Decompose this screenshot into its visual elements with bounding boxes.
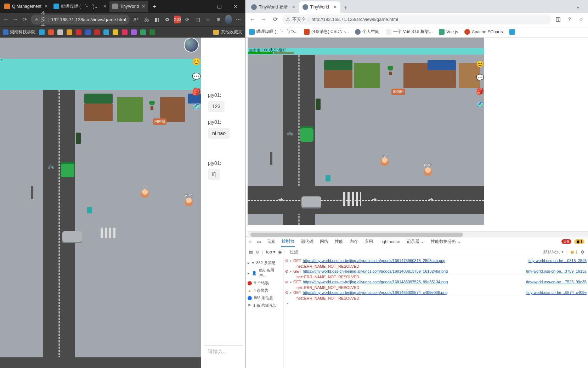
chat-icon[interactable]: 💬 <box>476 74 484 82</box>
star-icon[interactable]: ☆ <box>577 16 585 23</box>
key-icon[interactable]: ⚿ <box>554 16 562 22</box>
log-source[interactable]: tiny-world.oss-cn-be…9574_c409e <box>526 290 587 295</box>
chat-icon[interactable]: 💬 <box>191 72 201 82</box>
sidebar-row[interactable]: ⚑1 条详细消息 <box>247 302 282 309</box>
sidebar-row[interactable]: ▲4 条警告 <box>247 287 282 294</box>
extension-icon[interactable]: ◧ <box>153 15 160 24</box>
bookmark-item[interactable] <box>94 29 100 35</box>
minimize-button[interactable]: — <box>195 0 211 13</box>
map-icon[interactable]: 🗺️ <box>191 102 201 112</box>
bookmark-item[interactable] <box>509 29 515 35</box>
profile-avatar[interactable] <box>225 15 232 24</box>
bookmark-item[interactable]: (4条消息) CSDN -... <box>304 29 349 35</box>
bookmark-item[interactable]: Apache ECharts <box>464 29 503 35</box>
inspect-icon[interactable]: ⟐ <box>249 239 252 244</box>
settings-icon[interactable]: ⚙ <box>581 250 584 255</box>
chrome-tab-1[interactable]: TinyWorld ✕ <box>299 1 340 13</box>
edge-tab-2[interactable]: TinyWorld ✕ <box>109 1 148 12</box>
emoji-icon[interactable]: 😊 <box>476 60 484 69</box>
address-bar[interactable]: ⚠ 不安全 | http://192.168.71.128/src/views/… <box>282 15 551 24</box>
issue-count-badge[interactable]: ▣ 1 <box>574 239 584 244</box>
translate-icon[interactable]: あ <box>143 15 150 24</box>
sidebar-row[interactable]: 868 条信息 <box>247 294 282 302</box>
device-toggle-icon[interactable]: ▭ <box>257 239 261 244</box>
horizontal-scrollbar[interactable] <box>248 231 588 238</box>
bookmark-item[interactable] <box>76 29 81 35</box>
bookmark-item[interactable] <box>131 29 137 35</box>
address-bar[interactable]: ⚠ 不安全 | 192.168.71.128/src/views/game.ht… <box>31 15 130 24</box>
devtools-tab-memory[interactable]: 内存 <box>349 236 359 247</box>
clear-console-icon[interactable]: ⊘ <box>256 250 259 255</box>
bookmark-item[interactable] <box>159 29 164 35</box>
bookmark-item[interactable] <box>122 29 128 35</box>
devtools-tab-sources[interactable]: 源代码 <box>300 236 314 247</box>
sidebar-row[interactable]: 9 个错误 <box>247 279 282 287</box>
scrollbar-thumb[interactable] <box>250 233 463 237</box>
backpack-icon[interactable]: 🎒 <box>476 87 484 96</box>
close-icon[interactable]: ✕ <box>333 5 337 10</box>
console-sidebar[interactable]: ▸≡882 条消息 ▸👤858 条用户… 9 个错误 ▲4 条警告 868 条信… <box>245 257 284 368</box>
read-aloud-icon[interactable]: A⁺ <box>132 15 140 24</box>
log-entry[interactable]: ⊘▸ GET https://tiny-world.oss-cn-beijing… <box>285 290 587 296</box>
close-icon[interactable]: ✕ <box>142 4 145 9</box>
live-expression-icon[interactable]: ◉ <box>278 250 282 255</box>
devtools-tab-recorder[interactable]: 记录器 ⌄ <box>406 236 425 247</box>
chrome-tab-0[interactable]: TinyWorld 登录 ✕ <box>248 1 299 13</box>
bookmark-item[interactable] <box>85 29 91 35</box>
bookmark-item[interactable]: 湖南科技学院 <box>3 29 35 35</box>
game-canvas[interactable]: ≡ 😊 💬 🎒 🗺️ 国国昭 <box>0 38 201 368</box>
bookmark-item[interactable] <box>48 29 54 35</box>
bookmark-item[interactable]: Vue.js <box>439 29 458 35</box>
log-entry[interactable]: ⊘▸ GET https://tiny-world.oss-cn-beijing… <box>285 279 587 285</box>
log-level-selector[interactable]: 默认级别 ▾ <box>543 249 564 255</box>
devtools-tab-perf-insights[interactable]: 性能数据分析 ⌄ <box>430 236 462 247</box>
log-source[interactable]: tiny-world.oss-cn-be…3759_16132 <box>526 269 587 273</box>
other-bookmarks[interactable]: 其他收藏夹 <box>213 29 242 35</box>
maximize-button[interactable]: ▢ <box>211 0 227 13</box>
devtools-tab-lighthouse[interactable]: Lighthouse <box>379 237 401 246</box>
filter-input[interactable] <box>288 249 541 255</box>
issue-badge[interactable]: ▣ 1 <box>570 250 578 255</box>
context-selector[interactable]: top ▾ <box>266 250 275 255</box>
bookmark-item[interactable]: 个人空间 <box>355 29 379 35</box>
bookmark-item[interactable]: 一个 Vue 3 UI 框架... <box>386 29 432 35</box>
sidebar-row[interactable]: ▸👤858 条用户… <box>247 267 282 279</box>
console-log[interactable]: ⊘▸ GET https://tiny-world.oss-cn-beijing… <box>284 257 588 368</box>
map-icon[interactable]: 🗺️ <box>476 101 484 109</box>
sidebar-icon[interactable]: ◫ <box>194 15 201 24</box>
game-canvas[interactable]: 生命值:100 状态:很好 😊 💬 🎒 🗺️ ➔ ➔ ➔ <box>248 38 484 225</box>
reload-button[interactable]: ⟳ <box>271 16 279 23</box>
collections-icon[interactable]: ⊕ <box>215 15 222 24</box>
log-url[interactable]: https://tiny-world.oss-cn-beijing.aliyun… <box>303 280 523 284</box>
log-url[interactable]: https://tiny-world.oss-cn-beijing.aliyun… <box>303 269 523 273</box>
log-url[interactable]: https://tiny-world.oss-cn-beijing.aliyun… <box>303 290 523 295</box>
reload-button[interactable]: ⟳ <box>21 16 28 23</box>
forward-button[interactable]: → <box>260 16 268 23</box>
devtools-tab-application[interactable]: 应用 <box>364 236 374 247</box>
chevron-down-icon[interactable]: ⌄ <box>570 0 586 13</box>
log-url[interactable]: https://tiny-world.oss-cn-beijing.aliyun… <box>303 258 525 263</box>
game-viewport-right[interactable]: 生命值:100 状态:很好 😊 💬 🎒 🗺️ ➔ ➔ ➔ <box>245 38 588 236</box>
extension-icon[interactable]: ✿ <box>163 15 171 24</box>
new-tab-button[interactable]: ＋ <box>340 3 350 13</box>
close-icon[interactable]: ✕ <box>103 4 107 9</box>
user-avatar[interactable] <box>184 38 199 52</box>
bookmark-item[interactable] <box>67 29 72 35</box>
log-source[interactable]: tiny-world.oss-cn-be…7525_99e35 <box>526 280 587 284</box>
bookmark-item[interactable] <box>149 29 155 35</box>
new-tab-button[interactable]: ＋ <box>149 1 159 11</box>
bookmark-item[interactable] <box>103 29 109 35</box>
bookmark-item[interactable] <box>39 29 45 35</box>
menu-icon[interactable]: ⋯ <box>235 15 242 24</box>
emoji-icon[interactable]: 😊 <box>191 57 201 67</box>
chat-messages[interactable]: pjy01: 123 pjy01: ni hao pjy01: ii] <box>204 80 243 345</box>
close-icon[interactable]: ✕ <box>292 5 295 10</box>
extension-badge[interactable]: 2.00 <box>174 16 181 23</box>
devtools-tab-console[interactable]: 控制台 <box>281 236 295 247</box>
bookmark-item[interactable] <box>140 29 146 35</box>
edge-tab-1[interactable]: 哔哩哔哩 ( ゜- ゜)つロ 干杯~-bi ✕ <box>51 1 109 12</box>
log-source[interactable]: tiny-world.oss-cn-be…0315_25ff5 <box>528 258 587 263</box>
share-icon[interactable]: ⇪ <box>565 16 574 23</box>
devtools-tab-performance[interactable]: 性能 <box>334 236 344 247</box>
bookmark-item[interactable]: 哔哩哔哩 ( ゜- ゜)つ... <box>249 29 298 35</box>
